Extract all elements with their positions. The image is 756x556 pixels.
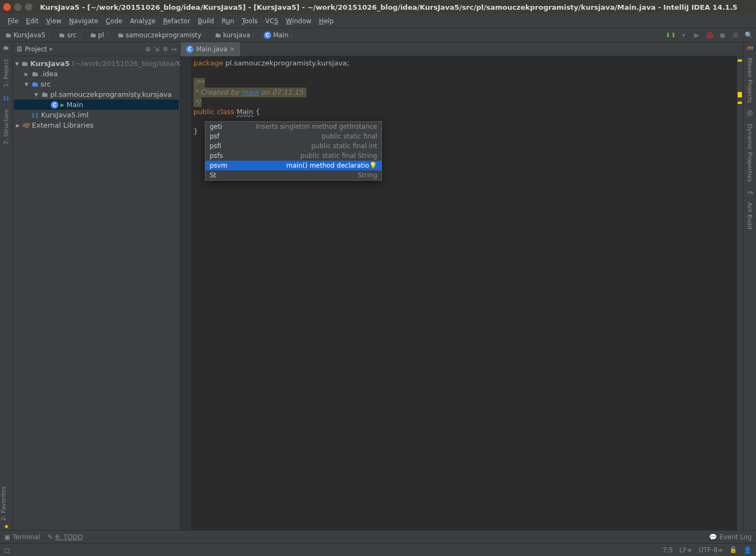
readonly-lock-icon[interactable]: 🔓 [730, 546, 737, 553]
menu-refactor[interactable]: Refactor [160, 16, 193, 27]
structure-tool-button[interactable]: 7: Structure [3, 107, 10, 147]
main-area: 🖿 1: Project ⫿⫿ 7: Structure 🖻 Project ▾… [0, 42, 756, 530]
structure-tool-icon[interactable]: ⫿⫿ [3, 95, 10, 102]
tree-external-libraries[interactable]: ▶ ᳄ External Libraries [14, 120, 179, 130]
tree-idea-folder[interactable]: ▶ 🖿 .idea [14, 69, 179, 79]
statusbar: ◻ 7:5 LF≑ UTF-8≑ 🔓 👤 [0, 543, 756, 556]
tree-package[interactable]: ▼ 🖿 pl.samouczekprogramisty.kursjava [14, 89, 179, 100]
breadcrumb-item[interactable]: 🖿pl〉 [88, 29, 115, 41]
error-stripe[interactable] [737, 56, 743, 530]
project-structure-icon[interactable]: ⊞ [731, 31, 740, 39]
line-separator[interactable]: LF≑ [679, 546, 692, 554]
ant-build-button[interactable]: Ant Build [746, 200, 753, 231]
view-mode-dropdown[interactable]: ▾ [49, 45, 52, 53]
iml-file-icon: ⫿⫿ [31, 111, 39, 119]
tree-project-root[interactable]: ▼ 🖿 KursJava5 (~/work/20151026_blog/idea… [14, 58, 179, 69]
breadcrumb-item[interactable]: 🖿kursjava〉 [213, 29, 261, 41]
menu-navigate[interactable]: Navigate [66, 16, 102, 27]
class-icon: C [51, 101, 58, 109]
code-editor[interactable]: package pl.samouczekprogramisty.kursjava… [180, 56, 743, 530]
breadcrumb-item[interactable]: 🖿src〉 [57, 29, 87, 41]
file-encoding[interactable]: UTF-8≑ [699, 546, 723, 554]
folder-icon: 🖿 [5, 31, 12, 39]
expand-arrow-icon[interactable]: ▶ [24, 71, 29, 77]
tab-close-icon[interactable]: × [230, 45, 235, 52]
warning-marker[interactable] [738, 102, 742, 104]
scroll-from-source-icon[interactable]: ⊕ [145, 45, 151, 53]
expand-arrow-icon[interactable]: ▼ [34, 92, 39, 97]
code-completion-popup[interactable]: getiInserts singleton method getInstance… [205, 121, 382, 181]
menu-build[interactable]: Build [195, 16, 217, 27]
completion-item[interactable]: getiInserts singleton method getInstance [205, 122, 382, 131]
make-project-icon[interactable]: ⬇⬆ [666, 31, 675, 39]
terminal-icon: ▣ [4, 533, 10, 541]
warning-marker[interactable] [738, 92, 742, 97]
completion-item[interactable]: StString [205, 170, 382, 180]
project-tool-button[interactable]: 1: Project [3, 57, 10, 89]
menu-edit[interactable]: Edit [23, 16, 42, 27]
search-icon[interactable]: 🔍 [744, 31, 753, 39]
module-icon: 🖿 [21, 59, 28, 68]
breadcrumb-item[interactable]: CMain〉 [262, 29, 299, 41]
main-menubar: File Edit View Navigate Code Analyze Ref… [0, 14, 756, 28]
inspection-profile-icon[interactable]: 👤 [744, 546, 752, 554]
menu-tools[interactable]: Tools [238, 16, 261, 27]
dynamic-properties-button[interactable]: Dynamic Properties [746, 122, 753, 184]
breadcrumb-item[interactable]: 🖿KursJava5〉 [3, 29, 56, 41]
debug-icon[interactable]: 🐞 [705, 31, 714, 39]
completion-item-selected[interactable]: psvmmain() method declaratio💡 [205, 161, 382, 170]
menu-view[interactable]: View [43, 16, 64, 27]
completion-item[interactable]: psfipublic static final int [205, 141, 382, 151]
tool-window-quick-access[interactable]: ◻ [4, 546, 10, 554]
breadcrumb-item[interactable]: 🖿samouczekprogramisty〉 [116, 29, 212, 41]
libraries-icon: ᳄ [23, 121, 30, 129]
maven-tool-button[interactable]: Maven Projects [746, 56, 753, 105]
maven-tool-icon[interactable]: m [747, 44, 753, 51]
author-link[interactable]: mapi [241, 88, 259, 96]
menu-analyze[interactable]: Analyze [126, 16, 158, 27]
window-close-button[interactable] [3, 3, 11, 11]
completion-item[interactable]: psfspublic static final String [205, 151, 382, 161]
window-minimize-button[interactable] [14, 3, 22, 11]
project-tree[interactable]: ▼ 🖿 KursJava5 (~/work/20151026_blog/idea… [13, 56, 180, 133]
expand-arrow-icon[interactable]: ▶ [15, 123, 21, 128]
intention-bulb-icon[interactable]: 💡 [369, 162, 377, 169]
tree-main-class[interactable]: C ▶ Main [14, 100, 179, 110]
menu-help[interactable]: Help [316, 16, 337, 27]
project-tool-icon[interactable]: 🖿 [3, 44, 9, 51]
run-icon[interactable]: ▶ [692, 31, 701, 39]
comment: * Created by mapi on 07.11.15. [193, 88, 306, 97]
hide-panel-icon[interactable]: ↦ [171, 45, 177, 53]
navigation-toolbar: 🖿KursJava5〉 🖿src〉 🖿pl〉 🖿samouczekprogram… [0, 28, 756, 42]
source-folder-icon: 🖿 [31, 80, 38, 88]
expand-arrow-icon[interactable]: ▼ [15, 61, 19, 67]
stop-icon[interactable]: ◼ [718, 31, 727, 39]
warning-marker[interactable] [738, 59, 742, 62]
window-maximize-button[interactable] [25, 3, 32, 11]
dynamic-properties-icon[interactable]: ⓟ [747, 109, 753, 117]
breadcrumb-label: Main [273, 31, 289, 39]
menu-file[interactable]: File [4, 16, 22, 27]
favorites-star-icon[interactable]: ★ [0, 523, 13, 530]
project-panel-title: Project [25, 45, 47, 53]
tree-src-folder[interactable]: ▼ 🖿 src [14, 79, 179, 89]
comment: /** [193, 78, 205, 88]
editor-tab[interactable]: C Main.java × [180, 42, 241, 56]
event-log-button[interactable]: 💬Event Log [709, 533, 752, 541]
settings-gear-icon[interactable]: ✲ [163, 45, 168, 53]
todo-tool-button[interactable]: ✎6: TODO [48, 533, 83, 541]
ant-build-icon[interactable]: 🐜 [746, 189, 754, 196]
menu-window[interactable]: Window [283, 16, 315, 27]
tree-iml-file[interactable]: ⫿⫿ KursJava5.iml [14, 110, 179, 120]
favorites-tool-button[interactable]: 2: Favorites [0, 484, 7, 523]
collapse-all-icon[interactable]: ⇲ [154, 45, 159, 53]
menu-code[interactable]: Code [103, 16, 126, 27]
caret-position[interactable]: 7:5 [663, 546, 673, 554]
terminal-tool-button[interactable]: ▣Terminal [4, 533, 40, 541]
menu-run[interactable]: Run [218, 16, 237, 27]
menu-vcs[interactable]: VCS [262, 16, 282, 27]
run-config-dropdown[interactable]: ▾ [679, 31, 688, 39]
expand-arrow-icon[interactable]: ▼ [24, 82, 29, 87]
breadcrumb-label: samouczekprogramisty [126, 31, 202, 39]
completion-item[interactable]: psfpublic static final [205, 131, 382, 141]
